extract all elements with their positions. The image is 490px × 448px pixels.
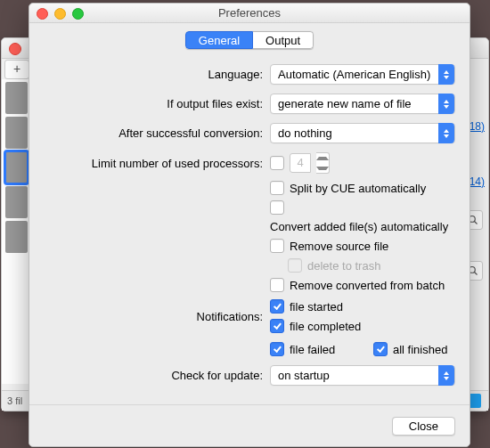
preferences-dialog: Preferences General Output Language: Aut… (29, 3, 470, 447)
split-cue-label: Split by CUE automatically (290, 182, 426, 195)
window-controls (37, 8, 84, 20)
stepper-down-icon[interactable] (316, 163, 329, 173)
stepper-up-icon[interactable] (316, 153, 329, 163)
label-if-output: If output files exist: (29, 97, 270, 110)
all-finished-label: all finished (393, 343, 447, 356)
background-link[interactable]: 18) (470, 120, 485, 133)
delete-trash-label: delete to trash (307, 259, 380, 273)
chevron-updown-icon (438, 123, 454, 143)
remove-source-checkbox[interactable] (270, 239, 284, 253)
limit-processors-checkbox[interactable] (270, 156, 284, 170)
file-started-checkbox[interactable] (270, 299, 284, 314)
background-close-icon[interactable] (9, 43, 21, 55)
convert-auto-label: Convert added file(s) automatically (270, 220, 448, 233)
background-sidebar (2, 79, 32, 384)
convert-auto-checkbox[interactable] (270, 200, 284, 215)
all-finished-checkbox[interactable] (373, 342, 388, 356)
if-output-value: generate new name of file (278, 97, 412, 110)
language-value: Automatic (American English) (278, 68, 430, 81)
svg-line-1 (475, 222, 478, 224)
add-button[interactable]: + (4, 60, 29, 79)
chevron-updown-icon (438, 365, 454, 386)
remove-source-label: Remove source file (290, 240, 388, 253)
close-icon[interactable] (37, 8, 48, 20)
window-title: Preferences (218, 6, 281, 20)
label-after-conversion: After successful conversion: (29, 126, 270, 140)
form-area: Language: Automatic (American English) I… (29, 60, 470, 390)
label-notifications: Notifications: (29, 310, 270, 323)
if-output-select[interactable]: generate new name of file (270, 94, 455, 114)
processors-input[interactable]: 4 (290, 153, 311, 173)
minimize-icon[interactable] (54, 8, 66, 20)
chevron-updown-icon (438, 64, 454, 85)
tab-general[interactable]: General (185, 31, 253, 49)
titlebar: Preferences (29, 4, 470, 23)
close-button[interactable]: Close (392, 417, 455, 436)
sidebar-thumb[interactable] (5, 221, 28, 253)
file-completed-label: file completed (290, 320, 361, 333)
after-conversion-value: do nothing (278, 126, 332, 140)
check-update-value: on startup (278, 369, 330, 382)
file-completed-checkbox[interactable] (270, 319, 284, 333)
file-failed-label: file failed (290, 343, 335, 356)
sidebar-thumb-selected[interactable] (5, 151, 28, 183)
tab-bar: General Output (29, 31, 470, 49)
file-failed-checkbox[interactable] (270, 342, 284, 356)
sidebar-thumb[interactable] (5, 82, 28, 114)
dialog-footer: Close (29, 404, 470, 446)
after-conversion-select[interactable]: do nothing (270, 123, 455, 143)
file-started-label: file started (290, 300, 343, 314)
sidebar-thumb[interactable] (5, 117, 28, 149)
label-limit-processors: Limit number of used processors: (29, 157, 270, 170)
check-update-select[interactable]: on startup (270, 365, 455, 386)
zoom-icon[interactable] (72, 8, 84, 20)
chevron-updown-icon (438, 94, 454, 114)
label-check-update: Check for update: (29, 369, 270, 382)
remove-batch-checkbox[interactable] (270, 278, 284, 292)
processors-stepper[interactable] (316, 152, 330, 174)
label-language: Language: (29, 68, 270, 81)
status-text: 3 fil (7, 395, 22, 406)
language-select[interactable]: Automatic (American English) (270, 64, 455, 85)
background-link[interactable]: 14) (470, 175, 485, 188)
split-cue-checkbox[interactable] (270, 181, 284, 195)
remove-batch-label: Remove converted from batch (290, 279, 445, 292)
sidebar-thumb[interactable] (5, 186, 28, 218)
delete-trash-checkbox (288, 258, 302, 273)
tab-output[interactable]: Output (253, 31, 314, 49)
svg-line-3 (475, 273, 478, 275)
